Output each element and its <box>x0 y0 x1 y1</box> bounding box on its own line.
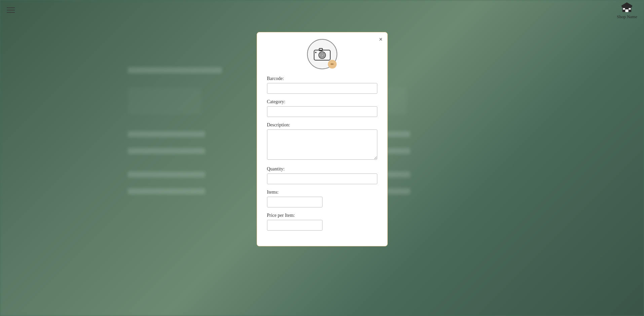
description-textarea[interactable] <box>267 129 377 160</box>
items-group: Items: <box>267 190 377 207</box>
camera-icon <box>313 47 331 62</box>
barcode-label: Barcode: <box>267 76 377 81</box>
category-group: Category: <box>267 99 377 117</box>
svg-point-11 <box>315 52 316 53</box>
camera-circle: ✏ <box>307 39 337 69</box>
items-label: Items: <box>267 190 377 195</box>
quantity-input[interactable] <box>267 173 377 184</box>
barcode-group: Barcode: <box>267 76 377 94</box>
price-per-item-group: Price per Item: <box>267 213 377 231</box>
add-item-modal: × <box>257 32 388 246</box>
modal-overlay: × <box>0 0 644 316</box>
close-button[interactable]: × <box>379 36 383 42</box>
svg-point-9 <box>321 54 323 56</box>
category-input[interactable] <box>267 106 377 117</box>
category-label: Category: <box>267 99 377 105</box>
description-label: Description: <box>267 122 377 128</box>
avatar-area: ✏ <box>267 39 377 69</box>
items-input[interactable] <box>267 197 323 207</box>
pencil-icon: ✏ <box>331 62 334 67</box>
price-per-item-label: Price per Item: <box>267 213 377 218</box>
quantity-label: Quantity: <box>267 166 377 172</box>
edit-badge[interactable]: ✏ <box>328 60 337 69</box>
description-group: Description: <box>267 122 377 161</box>
svg-point-8 <box>320 53 324 57</box>
barcode-input[interactable] <box>267 83 377 94</box>
quantity-group: Quantity: <box>267 166 377 184</box>
price-per-item-input[interactable] <box>267 220 323 231</box>
